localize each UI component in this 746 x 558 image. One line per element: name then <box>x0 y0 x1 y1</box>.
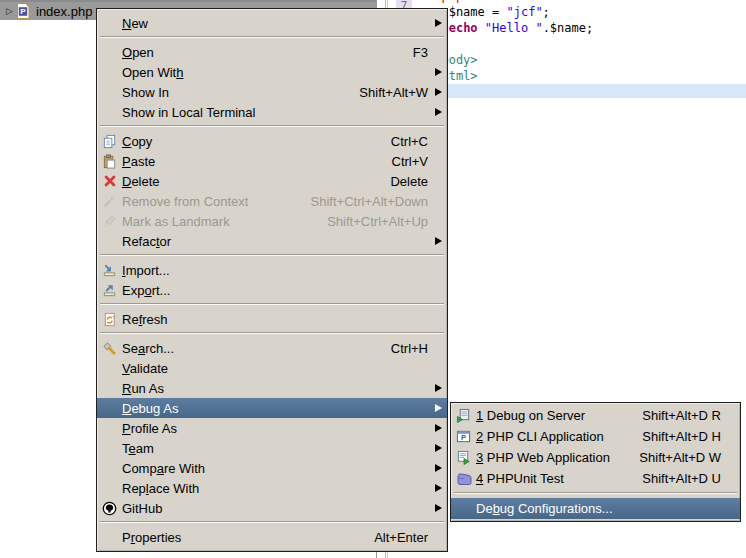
submenu-arrow-icon <box>433 18 442 29</box>
menu-item-label: Validate <box>122 361 168 376</box>
menu-item-replace-with[interactable]: Replace With <box>97 478 447 498</box>
submenu-arrow-icon <box>433 503 442 514</box>
menu-item-compare-with[interactable]: Compare With <box>97 458 447 478</box>
remove-context-icon <box>100 193 119 209</box>
menu-item-label: Debug Configurations... <box>476 501 613 516</box>
menu-item-label: Refresh <box>122 312 168 327</box>
menu-item-shortcut: Shift+Alt+W <box>345 85 433 100</box>
code-line: </html> <box>427 68 593 84</box>
menu-item-debug-as[interactable]: Debug As <box>97 398 447 418</box>
svg-text:P: P <box>20 7 26 16</box>
menu-item-label: GitHub <box>122 501 162 516</box>
menu-item-shortcut: Shift+Alt+D H <box>628 429 726 444</box>
menu-item-paste[interactable]: PasteCtrl+V <box>97 151 447 171</box>
editor-code-text[interactable]: <?php $name = "jcf"; echo "Hello ".$name… <box>427 0 593 84</box>
phpunit-icon <box>454 471 473 487</box>
no-arrow <box>433 532 442 543</box>
php-web-icon <box>454 450 473 466</box>
menu-item-label: 4 PHPUnit Test <box>476 471 564 486</box>
menu-separator <box>452 489 739 498</box>
no-icon <box>100 64 119 80</box>
menu-item-show-in[interactable]: Show InShift+Alt+W <box>97 82 447 102</box>
menu-item-github[interactable]: GitHub <box>97 498 447 518</box>
submenu-arrow-icon <box>433 383 442 394</box>
code-segment-plain <box>478 21 485 35</box>
menu-separator <box>98 33 446 42</box>
menu-item-label: Remove from Context <box>122 194 248 209</box>
menu-item-label: Team <box>122 441 154 456</box>
menu-item-properties[interactable]: PropertiesAlt+Enter <box>97 527 447 547</box>
menu-item-label: Import... <box>122 263 170 278</box>
menu-item-shortcut: Shift+Ctrl+Alt+Up <box>313 214 433 229</box>
menu-item-team[interactable]: Team <box>97 438 447 458</box>
menu-item-open-with[interactable]: Open With <box>97 62 447 82</box>
code-segment-string: "jcf" <box>506 5 542 19</box>
no-icon <box>100 360 119 376</box>
menu-item-shortcut: Alt+Enter <box>360 530 433 545</box>
menu-item-show-in-local-terminal[interactable]: Show in Local Terminal <box>97 102 447 122</box>
menu-item-import[interactable]: Import... <box>97 260 447 280</box>
menu-item-shortcut: Delete <box>376 174 433 189</box>
search-icon <box>100 340 119 356</box>
no-arrow <box>433 136 442 147</box>
menu-item-profile-as[interactable]: Profile As <box>97 418 447 438</box>
menu-item-label: Search... <box>122 341 174 356</box>
copy-icon <box>100 133 119 149</box>
import-icon <box>100 262 119 278</box>
no-icon <box>100 480 119 496</box>
menu-item-label: Open With <box>122 65 183 80</box>
menu-item-copy[interactable]: CopyCtrl+C <box>97 131 447 151</box>
code-segment-string: "Hello " <box>485 21 543 35</box>
menu-item-export[interactable]: Export... <box>97 280 447 300</box>
no-arrow <box>726 473 735 484</box>
no-icon <box>100 420 119 436</box>
no-arrow <box>433 363 442 374</box>
menu-item-validate[interactable]: Validate <box>97 358 447 378</box>
code-line: echo "Hello ".$name; <box>427 20 593 36</box>
no-icon <box>100 400 119 416</box>
submenu-arrow-icon <box>433 107 442 118</box>
submenu-arrow-icon <box>433 463 442 474</box>
delete-icon <box>100 173 119 189</box>
menu-item-label: Copy <box>122 134 152 149</box>
no-icon <box>100 440 119 456</box>
menu-item-label: Refactor <box>122 234 171 249</box>
menu-item-3-php-web-application[interactable]: 3 PHP Web ApplicationShift+Alt+D W <box>451 447 740 468</box>
menu-item-mark-as-landmark: Mark as LandmarkShift+Ctrl+Alt+Up <box>97 211 447 231</box>
menu-item-shortcut: Ctrl+H <box>377 341 433 356</box>
menu-item-label: Replace With <box>122 481 199 496</box>
menu-item-label: Profile As <box>122 421 177 436</box>
menu-item-1-debug-on-server[interactable]: 1 Debug on ServerShift+Alt+D R <box>451 405 740 426</box>
menu-item-shortcut: F3 <box>399 45 433 60</box>
menu-item-refactor[interactable]: Refactor <box>97 231 447 251</box>
menu-item-new[interactable]: New <box>97 13 447 33</box>
no-icon <box>100 104 119 120</box>
paste-icon <box>100 153 119 169</box>
no-arrow <box>726 452 735 463</box>
menu-item-label: 3 PHP Web Application <box>476 450 610 465</box>
expander-icon[interactable]: ▷ <box>3 2 16 20</box>
no-icon <box>100 380 119 396</box>
code-line: $name = "jcf"; <box>427 4 593 20</box>
menu-item-delete[interactable]: DeleteDelete <box>97 171 447 191</box>
menu-item-shortcut: Ctrl+C <box>377 134 433 149</box>
debug-server-icon <box>454 408 473 424</box>
menu-item-refresh[interactable]: Refresh <box>97 309 447 329</box>
menu-item-shortcut: Shift+Ctrl+Alt+Down <box>297 194 433 209</box>
menu-item-debug-configurations[interactable]: Debug Configurations... <box>451 498 740 519</box>
no-arrow <box>433 314 442 325</box>
no-arrow <box>433 156 442 167</box>
menu-item-open[interactable]: OpenF3 <box>97 42 447 62</box>
no-arrow <box>433 216 442 227</box>
menu-separator <box>98 518 446 527</box>
menu-item-2-php-cli-application[interactable]: P2 PHP CLI ApplicationShift+Alt+D H <box>451 426 740 447</box>
code-segment-plain: .$name; <box>543 21 594 35</box>
menu-item-label: Export... <box>122 283 170 298</box>
menu-item-search[interactable]: Search...Ctrl+H <box>97 338 447 358</box>
menu-item-run-as[interactable]: Run As <box>97 378 447 398</box>
menu-item-remove-from-context: Remove from ContextShift+Ctrl+Alt+Down <box>97 191 447 211</box>
context-menu: NewOpenF3Open WithShow InShift+Alt+WShow… <box>96 8 448 552</box>
menu-item-shortcut: Ctrl+V <box>378 154 433 169</box>
menu-item-4-phpunit-test[interactable]: 4 PHPUnit TestShift+Alt+D U <box>451 468 740 489</box>
menu-separator <box>98 122 446 131</box>
